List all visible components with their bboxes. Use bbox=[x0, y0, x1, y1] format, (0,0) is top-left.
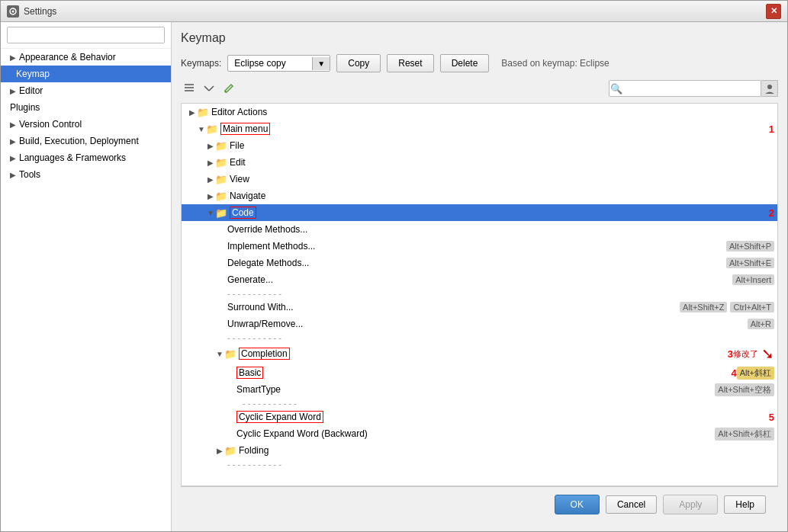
sidebar-item-label: Keymap bbox=[16, 69, 50, 79]
sidebar-item-label: Appearance & Behavior bbox=[19, 52, 116, 62]
edit-icon[interactable] bbox=[220, 80, 237, 97]
tree-label: Delegate Methods... bbox=[227, 258, 726, 268]
cancel-button[interactable]: Cancel bbox=[606, 495, 657, 514]
separator-1: - - - - - - - - - - - bbox=[182, 288, 777, 299]
tree-row-cyclic-expand[interactable]: Cyclic Expand Word 5 bbox=[182, 409, 777, 425]
tree-row-generate[interactable]: Generate... Alt+Insert bbox=[182, 271, 777, 288]
tree-row-smarttype[interactable]: SmartType Alt+Shift+空格 bbox=[182, 381, 777, 398]
tree-row-main-menu[interactable]: ▼ 📁 Main menu 1 bbox=[182, 120, 777, 137]
tree-row-basic[interactable]: Basic 4 Alt+斜杠 bbox=[182, 364, 777, 381]
annotation-5: 5 bbox=[769, 412, 774, 423]
close-button[interactable]: ✕ bbox=[766, 4, 781, 19]
expand-icon: ▶ bbox=[206, 175, 215, 184]
folder-icon: 📁 bbox=[224, 445, 236, 457]
chevron-icon: ▶ bbox=[10, 120, 16, 129]
sidebar-item-label: Plugins bbox=[10, 102, 40, 113]
basic-label: Basic bbox=[236, 367, 263, 379]
tree-label: Main menu bbox=[220, 123, 764, 134]
shortcut-badge: Alt+Insert bbox=[732, 274, 774, 285]
tree-row-file[interactable]: ▶ 📁 File bbox=[182, 137, 777, 154]
tree-row-unwrap[interactable]: Unwrap/Remove... Alt+R bbox=[182, 316, 777, 332]
chevron-icon: ▶ bbox=[10, 154, 16, 162]
tree-label: Code bbox=[230, 207, 764, 218]
folder-icon: 📁 bbox=[215, 191, 227, 202]
search-user-icon[interactable] bbox=[761, 80, 778, 97]
tree-label: Editor Actions bbox=[211, 107, 774, 117]
tree-label: Completion bbox=[239, 348, 723, 359]
sidebar-item-label: Version Control bbox=[19, 119, 82, 130]
tree-label: Implement Methods... bbox=[227, 241, 726, 252]
annotation-2: 2 bbox=[769, 207, 774, 219]
expand-icon: ▼ bbox=[215, 350, 224, 358]
keymap-dropdown[interactable]: Eclipse copy ▼ bbox=[227, 55, 330, 72]
tree-row-edit[interactable]: ▶ 📁 Edit bbox=[182, 154, 777, 171]
based-on-label: Based on keymap: Eclipse bbox=[501, 58, 609, 69]
keymap-tree[interactable]: ▶ 📁 Editor Actions ▼ 📁 Main menu 1 bbox=[181, 103, 778, 486]
shortcut-badge-2: Ctrl+Alt+T bbox=[730, 302, 774, 312]
folder-icon: 📁 bbox=[215, 157, 227, 168]
shortcut-badge: Alt+Shift+空格 bbox=[715, 383, 774, 396]
cyclic-expand-label: Cyclic Expand Word bbox=[236, 411, 323, 423]
title-bar-left: Settings bbox=[7, 5, 56, 18]
tree-row-delegate-methods[interactable]: Delegate Methods... Alt+Shift+E bbox=[182, 255, 777, 271]
sidebar-search-input[interactable] bbox=[7, 27, 165, 43]
sidebar-item-keymap[interactable]: Keymap bbox=[1, 66, 171, 82]
tree-row-implement-methods[interactable]: Implement Methods... Alt+Shift+P bbox=[182, 238, 777, 255]
sidebar-search-container bbox=[1, 22, 171, 49]
tree-row-override-methods[interactable]: Override Methods... bbox=[182, 221, 777, 238]
shortcut-badge: Alt+Shift+E bbox=[726, 258, 774, 268]
chevron-icon: ▶ bbox=[10, 87, 16, 95]
sidebar-item-tools[interactable]: ▶ Tools bbox=[1, 166, 171, 183]
annotation-4: 4 bbox=[732, 367, 737, 379]
chevron-icon: ▶ bbox=[10, 137, 16, 146]
help-button[interactable]: Help bbox=[724, 495, 766, 514]
collapse-all-icon[interactable] bbox=[201, 80, 217, 97]
folder-icon: 📁 bbox=[215, 140, 227, 152]
tree-row-completion[interactable]: ▼ 📁 Completion 3 修改了 ➘ bbox=[182, 343, 777, 364]
expand-icon: ▶ bbox=[206, 159, 215, 167]
main-panel: Keymap Keymaps: Eclipse copy ▼ Copy Rese… bbox=[172, 22, 787, 531]
title-bar: Settings ✕ bbox=[1, 1, 787, 22]
completion-label: Completion bbox=[239, 348, 290, 360]
copy-button[interactable]: Copy bbox=[336, 54, 381, 72]
expand-icon: ▶ bbox=[206, 142, 215, 150]
sidebar-item-label: Build, Execution, Deployment bbox=[19, 136, 139, 146]
tree-label: SmartType bbox=[236, 384, 715, 395]
tree-row-editor-actions[interactable]: ▶ 📁 Editor Actions bbox=[182, 104, 777, 120]
tree-label: Override Methods... bbox=[227, 224, 774, 235]
ok-button[interactable]: OK bbox=[555, 495, 600, 514]
reset-button[interactable]: Reset bbox=[387, 54, 433, 72]
keymap-selected-value: Eclipse copy bbox=[228, 56, 312, 71]
tree-row-cyclic-expand-backward[interactable]: Cyclic Expand Word (Backward) Alt+Shift+… bbox=[182, 425, 777, 442]
arrow-annotation: ➘ bbox=[761, 345, 774, 363]
apply-button: Apply bbox=[663, 495, 718, 514]
keymap-bar: Keymaps: Eclipse copy ▼ Copy Reset Delet… bbox=[181, 54, 778, 72]
sidebar-item-build[interactable]: ▶ Build, Execution, Deployment bbox=[1, 133, 171, 149]
annotation-3: 3 bbox=[728, 348, 733, 360]
sidebar-item-languages[interactable]: ▶ Languages & Frameworks bbox=[1, 149, 171, 166]
tree-label: Surround With... bbox=[227, 302, 680, 312]
expand-icon: ▶ bbox=[188, 108, 197, 117]
settings-window: Settings ✕ ▶ Appearance & Behavior Keyma… bbox=[0, 0, 788, 532]
sidebar-item-plugins[interactable]: Plugins bbox=[1, 99, 171, 116]
keymap-dropdown-arrow[interactable]: ▼ bbox=[312, 57, 330, 70]
sidebar-item-appearance[interactable]: ▶ Appearance & Behavior bbox=[1, 49, 171, 66]
separator-2: - - - - - - - - - - - bbox=[182, 332, 777, 343]
tree-row-navigate[interactable]: ▶ 📁 Navigate bbox=[182, 187, 777, 204]
svg-line-5 bbox=[204, 86, 209, 91]
dialog-footer: OK Cancel Apply Help bbox=[181, 486, 778, 522]
tree-row-code[interactable]: ▼ 📁 Code 2 bbox=[182, 204, 777, 221]
modified-label: 修改了 bbox=[733, 348, 758, 360]
content-area: ▶ Appearance & Behavior Keymap ▶ Editor … bbox=[1, 22, 787, 531]
delete-button[interactable]: Delete bbox=[440, 54, 490, 72]
search-input[interactable] bbox=[609, 80, 761, 97]
tree-label: Edit bbox=[230, 157, 774, 168]
sidebar-item-version-control[interactable]: ▶ Version Control bbox=[1, 116, 171, 133]
tree-row-surround-with[interactable]: Surround With... Alt+Shift+Z Ctrl+Alt+T bbox=[182, 299, 777, 316]
sidebar: ▶ Appearance & Behavior Keymap ▶ Editor … bbox=[1, 22, 172, 531]
tree-row-view[interactable]: ▶ 📁 View bbox=[182, 171, 777, 187]
tree-row-folding[interactable]: ▶ 📁 Folding bbox=[182, 442, 777, 459]
sidebar-item-editor[interactable]: ▶ Editor bbox=[1, 82, 171, 99]
expand-all-icon[interactable] bbox=[181, 80, 198, 97]
shortcut-badge: Alt+Shift+斜杠 bbox=[715, 428, 774, 441]
